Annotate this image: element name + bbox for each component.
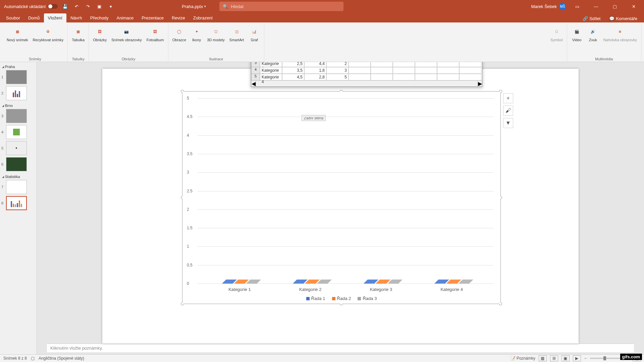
slide-thumb-2[interactable]	[6, 86, 27, 100]
view-sorter-icon[interactable]: ⊞	[550, 355, 558, 361]
view-slideshow-icon[interactable]: ▶	[573, 355, 581, 361]
ribbon-tabs: Soubor Domů Vložení Návrh Přechody Anima…	[0, 13, 644, 22]
zoom-slider[interactable]	[590, 358, 624, 359]
title-bar: Automatické ukládání 💾 ↶ ↷ ▣ ▾ Praha.ppt…	[0, 0, 644, 13]
chart-button[interactable]: 📊Graf	[247, 25, 261, 43]
excel-scrollbar[interactable]: ◀ ▶	[251, 80, 482, 86]
tab-domu[interactable]: Domů	[24, 13, 44, 22]
tab-animace[interactable]: Animace	[113, 13, 138, 22]
slide-thumb-3[interactable]	[6, 109, 27, 123]
video-button[interactable]: 🎬Video	[570, 25, 584, 43]
maximize-icon[interactable]: ▢	[607, 0, 623, 13]
ribbon-options-icon[interactable]: ▭	[570, 0, 585, 13]
tab-revize[interactable]: Revize	[168, 13, 189, 22]
reuse-slides-button[interactable]: ♻Recyklovat snímky	[32, 25, 65, 43]
photoalbum-button[interactable]: 🖼Fotoalbum	[145, 25, 165, 43]
3dmodels-button[interactable]: ⬡3D modely	[206, 25, 226, 43]
redo-icon[interactable]: ↷	[84, 2, 92, 10]
slide-thumb-1[interactable]	[6, 70, 27, 84]
zoom-out-icon[interactable]: −	[584, 356, 587, 361]
section-praha[interactable]: Praha	[1, 63, 35, 70]
view-reading-icon[interactable]: ▣	[561, 355, 570, 361]
autosave-toggle[interactable]: Automatické ukládání	[4, 4, 58, 9]
undo-icon[interactable]: ↶	[72, 2, 80, 10]
slide-thumb-7[interactable]	[6, 180, 27, 194]
status-slide-count: Snímek 8 z 8	[3, 356, 27, 361]
tab-prezentace[interactable]: Prezentace	[138, 13, 168, 22]
search-input[interactable]	[231, 4, 340, 9]
chart-styles-icon[interactable]: 🖌	[503, 106, 513, 116]
group-label-obrazky: Obrázky	[121, 57, 135, 62]
chart-plot: Zadní stěna 00.511.522.533.544.55Kategor…	[198, 98, 494, 284]
section-statistika[interactable]: Statistika	[1, 173, 35, 180]
tab-prechody[interactable]: Přechody	[86, 13, 113, 22]
qat-more-icon[interactable]: ▾	[107, 2, 115, 10]
slideshow-icon[interactable]: ▣	[95, 2, 103, 10]
pictures-button[interactable]: 🖼Obrázky	[92, 25, 108, 43]
avatar: MŠ	[559, 3, 566, 10]
screenshot-button[interactable]: 📷Snímek obrazovky	[110, 25, 143, 43]
close-icon[interactable]: ✕	[626, 0, 641, 13]
search-icon: 🔍	[223, 4, 228, 9]
notes-toggle[interactable]: 📝 Poznámky	[511, 356, 535, 361]
filename[interactable]: Praha.pptx ▾	[182, 4, 206, 9]
excel-grid[interactable]: ABCDEFGHIJ1Řada 1Řada 2Řada 32Kategorie …	[251, 62, 482, 80]
thumbnail-panel: Praha 1 2 Brno 3 4 5✦ 6 Statistika 7 8	[0, 62, 37, 354]
tab-soubor[interactable]: Soubor	[2, 13, 24, 22]
table-button[interactable]: ▦Tabulka	[70, 25, 86, 43]
view-normal-icon[interactable]: ▦	[539, 355, 547, 361]
ribbon: ▦Nový snímek ♻Recyklovat snímky Snímky ▦…	[0, 22, 644, 62]
new-slide-button[interactable]: ▦Nový snímek	[5, 25, 30, 43]
slide-thumb-8[interactable]	[6, 196, 27, 210]
chart-filter-icon[interactable]: ▼	[503, 118, 513, 128]
user-name: Marek Šebek	[531, 4, 557, 9]
group-label-tabulky: Tabulky	[72, 57, 85, 62]
symbol-button[interactable]: ΩSymbol	[549, 25, 564, 43]
group-label-ilustrace: Ilustrace	[209, 57, 223, 62]
slide: 💾 ↶ ↷ ▦ Graf v aplikaci Microsoft PowerP…	[102, 69, 579, 344]
section-brno[interactable]: Brno	[1, 102, 35, 109]
smartart-button[interactable]: ◫SmartArt	[228, 25, 245, 43]
search-box[interactable]: 🔍	[219, 2, 343, 11]
user-account[interactable]: Marek Šebek MŠ	[531, 3, 566, 10]
autosave-label: Automatické ukládání	[4, 4, 46, 9]
excel-data-window[interactable]: 💾 ↶ ↷ ▦ Graf v aplikaci Microsoft PowerP…	[251, 62, 482, 87]
chart-legend: Řada 1Řada 2Řada 3	[182, 296, 500, 301]
screenrec-button[interactable]: ⏺Nahrávka obrazovky	[602, 25, 638, 43]
group-label-multimedia: Multimédia	[595, 57, 613, 62]
save-icon[interactable]: 💾	[61, 2, 69, 10]
comments-button[interactable]: 💬 Komentáře	[606, 15, 640, 22]
audio-button[interactable]: 🔊Zvuk	[586, 25, 600, 43]
shapes-button[interactable]: ◯Obrazce	[171, 25, 188, 43]
minimize-icon[interactable]: —	[588, 0, 604, 13]
chart-add-element-icon[interactable]: +	[503, 93, 513, 103]
share-button[interactable]: 🔗 Sdílet	[580, 15, 603, 22]
chart-object[interactable]: Zadní stěna 00.511.522.533.544.55Kategor…	[182, 91, 501, 304]
tab-zobrazeni[interactable]: Zobrazení	[189, 13, 217, 22]
notes-pane[interactable]: Kliknutím vložte poznámky.	[47, 344, 634, 352]
status-bar: Snímek 8 z 8 ▢ Angličtina (Spojené státy…	[0, 354, 644, 362]
slide-thumb-6[interactable]	[6, 157, 27, 171]
icons-button[interactable]: ✦Ikony	[190, 25, 204, 43]
tab-navrh[interactable]: Návrh	[66, 13, 86, 22]
gifs-badge: gifs.com	[620, 354, 642, 360]
slide-thumb-4[interactable]	[6, 125, 27, 139]
status-language[interactable]: Angličtina (Spojené státy)	[39, 356, 84, 361]
tab-vlozeni[interactable]: Vložení	[44, 13, 66, 22]
slide-canvas[interactable]: 💾 ↶ ↷ ▦ Graf v aplikaci Microsoft PowerP…	[37, 62, 644, 354]
slide-thumb-5[interactable]: ✦	[6, 141, 27, 155]
group-label-snimky: Snímky	[29, 57, 41, 62]
